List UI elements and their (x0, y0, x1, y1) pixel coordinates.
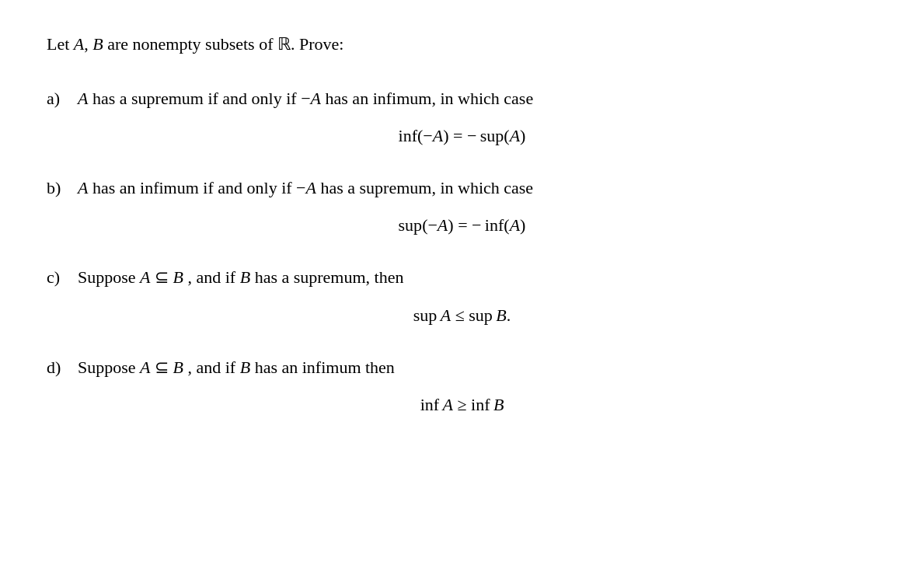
part-c-label: c) (47, 263, 78, 291)
part-d-formula: inf A ≥ inf B (47, 395, 877, 415)
page-content: Let A, B are nonempty subsets of ℝ. Prov… (47, 31, 877, 415)
part-b-label: b) (47, 174, 78, 201)
var-A: A (74, 34, 84, 54)
part-b-text: A has an infimum if and only if −A has a… (78, 174, 877, 201)
part-c-formula: sup A ≤ sup B. (47, 305, 877, 326)
part-d-text: Suppose A ⊆ B , and if B has an infimum … (78, 354, 877, 381)
var-B: B (92, 34, 103, 54)
part-b: b) A has an infimum if and only if −A ha… (47, 174, 877, 235)
part-b-formula: sup(−A) = − inf(A) (47, 215, 877, 235)
part-b-statement: b) A has an infimum if and only if −A ha… (47, 174, 877, 201)
part-d: d) Suppose A ⊆ B , and if B has an infim… (47, 354, 877, 415)
part-c-statement: c) Suppose A ⊆ B , and if B has a suprem… (47, 263, 877, 291)
part-a: a) A has a supremum if and only if −A ha… (47, 85, 877, 146)
part-c-text: Suppose A ⊆ B , and if B has a supremum,… (78, 263, 877, 291)
part-a-formula: inf(−A) = − sup(A) (47, 126, 877, 146)
part-a-label: a) (47, 85, 78, 112)
intro-line: Let A, B are nonempty subsets of ℝ. Prov… (47, 31, 877, 57)
part-a-statement: a) A has a supremum if and only if −A ha… (47, 85, 877, 112)
part-c: c) Suppose A ⊆ B , and if B has a suprem… (47, 263, 877, 325)
part-d-label: d) (47, 354, 78, 381)
part-d-statement: d) Suppose A ⊆ B , and if B has an infim… (47, 354, 877, 381)
part-a-text: A has a supremum if and only if −A has a… (78, 85, 877, 112)
